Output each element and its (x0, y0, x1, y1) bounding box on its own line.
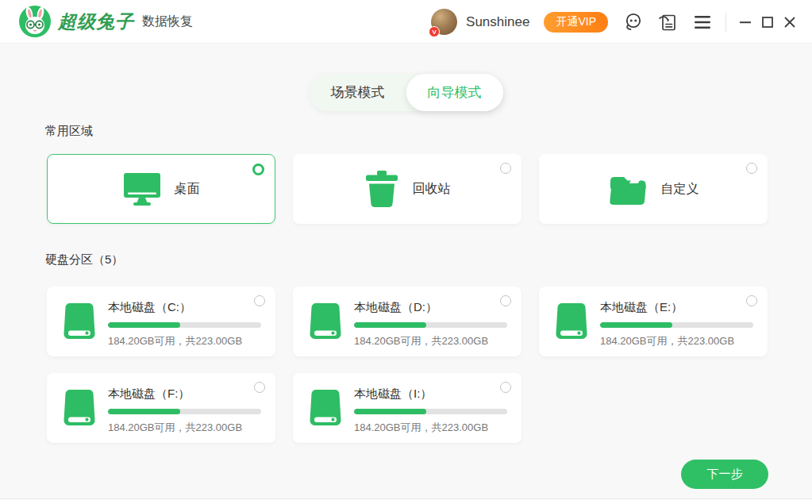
disk-usage-text: 184.20GB可用，共223.00GB (354, 421, 507, 435)
main-content: 场景模式 向导模式 常用区域 桌面 (0, 44, 812, 498)
product-name: 数据恢复 (142, 13, 193, 30)
support-icon[interactable] (622, 12, 643, 33)
disk-usage-bar (108, 322, 261, 328)
card-desktop-label: 桌面 (175, 181, 200, 198)
card-custom-label: 自定义 (661, 181, 699, 198)
disk-usage-text: 184.20GB可用，共223.00GB (108, 421, 261, 435)
disk-usage-text: 184.20GB可用，共223.00GB (354, 334, 507, 348)
tab-wizard-mode[interactable]: 向导模式 (406, 74, 503, 111)
radio-desktop[interactable] (252, 164, 264, 175)
titlebar-right: V Sunshinee 开通VIP (431, 0, 801, 44)
drive-icon (63, 302, 95, 340)
disk-usage-bar (600, 322, 753, 328)
disk-usage-bar (354, 409, 507, 414)
card-disk-i[interactable]: 本地磁盘（I:） 184.20GB可用，共223.00GB (293, 373, 521, 443)
tab-scene-mode[interactable]: 场景模式 (310, 74, 406, 111)
drive-icon (310, 302, 341, 340)
menu-icon[interactable] (692, 12, 713, 33)
brand: 超级兔子 数据恢复 (19, 6, 193, 37)
radio-recycle-bin[interactable] (500, 163, 511, 174)
brand-name: 超级兔子 (58, 10, 134, 34)
rabbit-logo-icon (19, 6, 51, 37)
disk-name: 本地磁盘（I:） (354, 387, 507, 402)
card-custom[interactable]: 自定义 (539, 154, 768, 224)
drive-icon (310, 389, 341, 426)
trash-icon (364, 171, 399, 208)
maximize-button[interactable] (756, 11, 779, 33)
disk-name: 本地磁盘（D:） (354, 300, 507, 315)
folder-icon (608, 172, 648, 206)
minimize-button[interactable] (734, 11, 756, 33)
bottom-strip (0, 498, 812, 504)
feedback-icon[interactable] (657, 12, 678, 33)
drive-icon (63, 389, 95, 426)
radio-custom[interactable] (746, 163, 757, 174)
vip-badge: V (429, 26, 440, 37)
disks-section-title: 硬盘分区（5） (45, 252, 123, 267)
disk-name: 本地磁盘（F:） (108, 387, 261, 402)
user-avatar[interactable]: V (431, 9, 457, 35)
disk-usage-text: 184.20GB可用，共223.00GB (108, 334, 261, 348)
disk-name: 本地磁盘（E:） (600, 300, 753, 315)
username: Sunshinee (466, 14, 529, 30)
titlebar-divider (725, 13, 726, 32)
app-window: 超级兔子 数据恢复 V Sunshinee 开通VIP (0, 0, 812, 504)
card-recycle-bin[interactable]: 回收站 (293, 154, 521, 224)
card-disk-c[interactable]: 本地磁盘（C:） 184.20GB可用，共223.00GB (47, 287, 275, 356)
common-section-title: 常用区域 (45, 124, 93, 139)
drive-icon (556, 302, 587, 340)
mode-toggle: 场景模式 向导模式 (310, 74, 503, 111)
card-recycle-bin-label: 回收站 (413, 181, 451, 198)
disk-name: 本地磁盘（C:） (108, 300, 261, 315)
next-step-button[interactable]: 下一步 (681, 460, 768, 489)
card-disk-f[interactable]: 本地磁盘（F:） 184.20GB可用，共223.00GB (47, 373, 275, 443)
card-disk-d[interactable]: 本地磁盘（D:） 184.20GB可用，共223.00GB (293, 287, 521, 356)
desktop-icon (123, 172, 161, 206)
disk-usage-text: 184.20GB可用，共223.00GB (600, 334, 753, 348)
disk-usage-bar (108, 409, 261, 414)
titlebar: 超级兔子 数据恢复 V Sunshinee 开通VIP (0, 0, 812, 44)
open-vip-button[interactable]: 开通VIP (544, 12, 608, 33)
card-disk-e[interactable]: 本地磁盘（E:） 184.20GB可用，共223.00GB (539, 287, 768, 356)
disk-usage-bar (354, 322, 507, 328)
close-button[interactable] (779, 11, 801, 33)
card-desktop[interactable]: 桌面 (47, 154, 275, 224)
